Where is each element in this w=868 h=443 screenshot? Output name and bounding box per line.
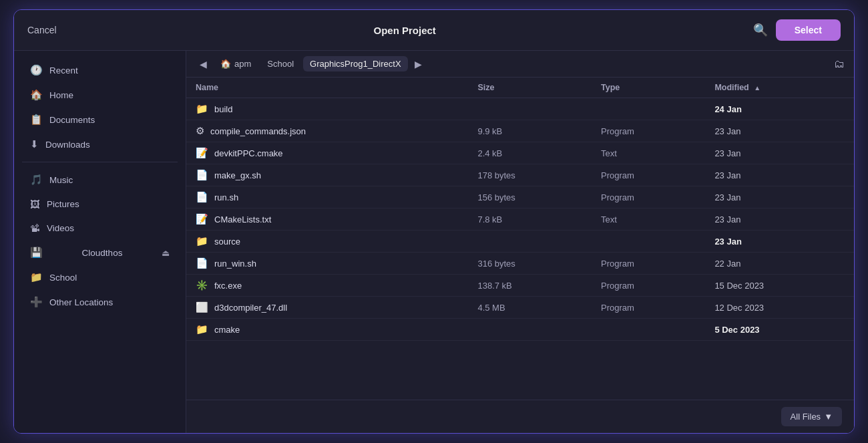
eject-icon[interactable]: ⏏	[162, 248, 170, 258]
table-row[interactable]: 📁 cmake 5 Dec 2023	[186, 319, 854, 341]
table-row[interactable]: 📄 run_win.sh 316 bytes Program 22 Jan	[186, 253, 854, 275]
file-name: devkitPPC.cmake	[214, 148, 283, 158]
breadcrumb-graphicsprog[interactable]: GraphicsProg1_DirectX	[303, 56, 408, 71]
footer: All Files ▼	[186, 400, 854, 433]
sidebar-item-music[interactable]: 🎵Music	[18, 168, 182, 192]
cell-modified: 23 Jan	[705, 186, 854, 208]
sidebar-item-documents[interactable]: 📋Documents	[18, 108, 182, 132]
sidebar-item-school[interactable]: 📁School	[18, 265, 182, 289]
file-icon: 📄	[196, 257, 208, 269]
table-row[interactable]: ⬜ d3dcompiler_47.dll 4.5 MB Program 12 D…	[186, 297, 854, 319]
sidebar-label-music: Music	[49, 175, 73, 185]
bookmark-icon: 🗂	[834, 58, 845, 69]
sidebar-item-recent[interactable]: 🕐Recent	[18, 58, 182, 82]
sidebar-item-pictures[interactable]: 🖼Pictures	[18, 192, 182, 216]
dialog-body: 🕐Recent🏠Home📋Documents⬇Downloads🎵Music🖼P…	[14, 51, 854, 433]
cell-size: 7.8 kB	[468, 208, 592, 231]
sidebar-item-downloads[interactable]: ⬇Downloads	[18, 132, 182, 156]
cell-size: 9.9 kB	[468, 120, 592, 142]
sidebar-icon-music: 🎵	[30, 174, 43, 186]
file-table: Name Size Type Modified ▲ 📁 build 24 Jan	[186, 78, 854, 341]
sidebar-items: 🕐Recent🏠Home📋Documents⬇Downloads🎵Music🖼P…	[14, 57, 186, 315]
sidebar-label-videos: Videos	[47, 223, 74, 233]
home-icon: 🏠	[220, 59, 231, 69]
back-button[interactable]: ◀	[196, 57, 211, 71]
file-name: cmake	[214, 325, 240, 335]
cell-modified: 23 Jan	[705, 164, 854, 186]
file-icon: ⚙	[196, 125, 204, 137]
all-files-button[interactable]: All Files ▼	[781, 407, 842, 426]
cell-name: 📁 cmake	[186, 319, 468, 341]
cell-type: Text	[592, 142, 705, 164]
sidebar-icon-cloudthos: 💾	[30, 247, 43, 259]
file-name: compile_commands.json	[210, 126, 306, 136]
sidebar: 🕐Recent🏠Home📋Documents⬇Downloads🎵Music🖼P…	[14, 51, 186, 433]
col-modified[interactable]: Modified ▲	[705, 78, 854, 98]
cell-name: ⬜ d3dcompiler_47.dll	[186, 297, 468, 319]
cell-name: 📄 run.sh	[186, 186, 468, 208]
all-files-label: All Files	[791, 412, 821, 422]
cell-size: 138.7 kB	[468, 275, 592, 297]
cell-size: 156 bytes	[468, 186, 592, 208]
table-row[interactable]: 📄 make_gx.sh 178 bytes Program 23 Jan	[186, 164, 854, 186]
table-row[interactable]: ⚙ compile_commands.json 9.9 kB Program 2…	[186, 120, 854, 142]
sidebar-icon-school: 📁	[30, 271, 43, 283]
file-name: run_win.sh	[214, 259, 256, 269]
sidebar-item-home[interactable]: 🏠Home	[18, 83, 182, 107]
folder-icon: 📁	[196, 323, 208, 335]
cancel-button[interactable]: Cancel	[27, 25, 57, 35]
file-name: build	[214, 104, 232, 114]
col-size[interactable]: Size	[468, 78, 592, 98]
cell-type: Program	[592, 164, 705, 186]
cell-modified: 23 Jan	[705, 231, 854, 253]
cell-modified: 23 Jan	[705, 120, 854, 142]
dialog-header: Cancel Open Project 🔍 Select	[14, 10, 854, 51]
search-button[interactable]: 🔍	[753, 23, 768, 37]
open-project-dialog: Cancel Open Project 🔍 Select 🕐Recent🏠Hom…	[13, 9, 855, 434]
header-actions: 🔍 Select	[753, 19, 841, 41]
col-name[interactable]: Name	[186, 78, 468, 98]
cell-type: Program	[592, 186, 705, 208]
sidebar-icon-videos: 📽	[30, 223, 40, 234]
sidebar-divider-1	[22, 162, 178, 162]
file-icon: 📄	[196, 191, 208, 203]
dialog-title: Open Project	[373, 25, 435, 36]
cell-modified: 15 Dec 2023	[705, 275, 854, 297]
sidebar-item-other-locations[interactable]: ➕Other Locations	[18, 290, 182, 314]
table-row[interactable]: 📝 CMakeLists.txt 7.8 kB Text 23 Jan	[186, 208, 854, 231]
sidebar-icon-downloads: ⬇	[30, 138, 39, 150]
breadcrumb-school[interactable]: School	[260, 56, 300, 71]
cell-modified: 23 Jan	[705, 142, 854, 164]
sidebar-icon-home: 🏠	[30, 89, 43, 101]
cell-name: 📄 run_win.sh	[186, 253, 468, 275]
cell-type	[592, 98, 705, 120]
forward-button[interactable]: ▶	[411, 57, 426, 71]
cell-name: 📁 build	[186, 98, 468, 120]
cell-type: Program	[592, 120, 705, 142]
sidebar-item-cloudthos[interactable]: 💾Cloudthos⏏	[18, 241, 182, 265]
breadcrumb-bar: ◀ 🏠 apm School GraphicsProg1_DirectX ▶ 🗂	[186, 51, 854, 78]
breadcrumb-apm[interactable]: 🏠 apm	[214, 56, 258, 71]
table-row[interactable]: ✳️ fxc.exe 138.7 kB Program 15 Dec 2023	[186, 275, 854, 297]
sidebar-item-videos[interactable]: 📽Videos	[18, 216, 182, 240]
cell-size: 4.5 MB	[468, 297, 592, 319]
cell-name: 📄 make_gx.sh	[186, 164, 468, 186]
table-row[interactable]: 📝 devkitPPC.cmake 2.4 kB Text 23 Jan	[186, 142, 854, 164]
sidebar-icon-other-locations: ➕	[30, 296, 43, 308]
sidebar-label-recent: Recent	[49, 65, 78, 76]
file-table-wrapper[interactable]: Name Size Type Modified ▲ 📁 build 24 Jan	[186, 78, 854, 400]
cell-type	[592, 231, 705, 253]
cell-name: ⚙ compile_commands.json	[186, 120, 468, 142]
col-type[interactable]: Type	[592, 78, 705, 98]
bookmark-button[interactable]: 🗂	[834, 58, 845, 70]
table-row[interactable]: 📁 source 23 Jan	[186, 231, 854, 253]
select-button[interactable]: Select	[776, 19, 841, 41]
cell-type: Program	[592, 297, 705, 319]
table-row[interactable]: 📁 build 24 Jan	[186, 98, 854, 120]
cell-size: 2.4 kB	[468, 142, 592, 164]
sidebar-label-home: Home	[49, 90, 73, 100]
file-icon: ⬜	[196, 301, 208, 313]
cell-type: Program	[592, 253, 705, 275]
table-row[interactable]: 📄 run.sh 156 bytes Program 23 Jan	[186, 186, 854, 208]
cell-size: 316 bytes	[468, 253, 592, 275]
